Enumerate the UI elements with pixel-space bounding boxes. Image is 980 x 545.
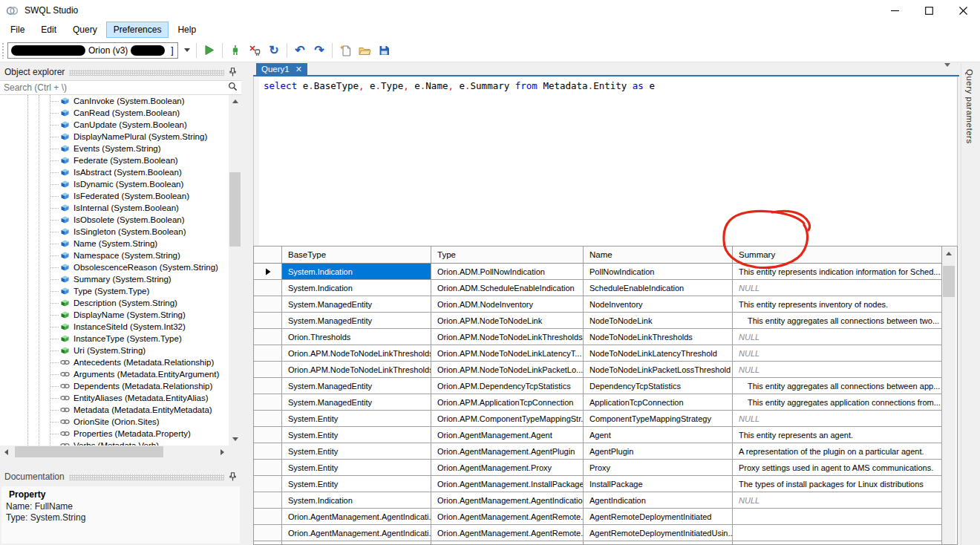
column-header-name[interactable]: Name [584, 247, 733, 264]
cell-type[interactable]: Orion.AgentManagement.AgentRemote... [431, 509, 584, 525]
cell-name[interactable]: NodeToNodeLinkPacketLossThreshold [584, 362, 733, 378]
cell-summary[interactable]: This entity represents indication inform… [733, 264, 942, 280]
row-selector[interactable] [254, 509, 282, 525]
tree-item[interactable]: IsDynamic (System.Boolean) [0, 178, 229, 190]
cell-summary[interactable] [733, 509, 942, 525]
table-row[interactable]: System.ManagedEntityOrion.APM.NodeToNode… [254, 313, 942, 329]
connection-dropdown-button[interactable] [181, 42, 193, 59]
scroll-right-arrow[interactable] [216, 446, 229, 458]
column-header-type[interactable]: Type [431, 247, 584, 264]
table-row[interactable]: System.EntityOrion.AgentManagement.Agent… [254, 427, 942, 443]
tree-item[interactable]: Events (System.String) [0, 143, 229, 154]
tree-item[interactable]: IsObsolete (System.Boolean) [0, 214, 229, 226]
cell-type[interactable]: Orion.ADM.ScheduleEnableIndication [431, 280, 584, 296]
column-header-basetype[interactable]: BaseType [282, 247, 431, 264]
cell-basetype[interactable]: System.Entity [282, 443, 431, 460]
table-row[interactable]: System.IndicationOrion.ADM.ScheduleEnabl… [254, 280, 942, 296]
cell-name[interactable]: AgentPlugin [584, 443, 733, 460]
execute-query-button[interactable] [200, 42, 218, 59]
cell-basetype[interactable]: System.ManagedEntity [282, 313, 431, 329]
query-parameters-tab-label[interactable]: Query parameters [965, 69, 974, 144]
table-row[interactable]: System.EntityOrion.AgentManagement.Agent… [254, 443, 942, 460]
minimize-button[interactable] [878, 0, 912, 21]
open-file-button[interactable] [356, 42, 373, 59]
scroll-down-arrow[interactable] [229, 433, 241, 446]
table-row[interactable]: Orion.APM.NodeToNodeLinkThresholdsOrion.… [254, 345, 942, 362]
cell-type[interactable]: Orion.AgentManagement.AgentPlugin [431, 443, 584, 460]
cell-summary[interactable]: NULL [733, 492, 942, 509]
tree-item[interactable]: CanRead (System.Boolean) [0, 107, 229, 119]
grid-vertical-scrollbar[interactable] [942, 247, 956, 544]
tree-item[interactable]: EntityAliases (Metadata.EntityAlias) [0, 392, 229, 404]
tree-item[interactable]: Properties (Metadata.Property) [0, 428, 229, 440]
table-row[interactable]: Orion.AgentManagement.AgentIndicati...Or… [254, 509, 942, 525]
tree-item[interactable]: IsAbstract (System.Boolean) [0, 166, 229, 178]
menu-item-query[interactable]: Query [65, 22, 105, 38]
tab-close-icon[interactable]: ✕ [295, 65, 302, 74]
pin-icon[interactable] [229, 472, 237, 481]
tree-item[interactable]: Namespace (System.String) [0, 249, 229, 261]
table-row[interactable]: System.ManagedEntityOrion.APM.Applicatio… [254, 394, 942, 411]
row-selector[interactable] [254, 427, 282, 443]
table-row[interactable]: System.ManagedEntityOrion.APM.Dependency… [254, 378, 942, 394]
cell-type[interactable]: Orion.APM.NodeToNodeLink [431, 313, 584, 329]
row-selector[interactable] [254, 460, 282, 476]
grid-vscroll-thumb[interactable] [943, 266, 955, 297]
row-selector[interactable] [254, 313, 282, 329]
row-selector[interactable] [254, 345, 282, 362]
tree-item[interactable]: Metadata (Metadata.EntityMetadata) [0, 404, 229, 416]
tree-item[interactable]: ObsolescenceReason (System.String) [0, 261, 229, 273]
tree-item[interactable]: IsSingleton (System.Boolean) [0, 226, 229, 238]
tree-item[interactable]: Antecedents (Metadata.Relationship) [0, 356, 229, 368]
row-selector[interactable] [254, 443, 282, 460]
cell-basetype[interactable]: System.ManagedEntity [282, 394, 431, 411]
toolbar-grip-handle[interactable] [1, 42, 5, 59]
tree-horizontal-scrollbar[interactable] [0, 446, 229, 458]
undo-button[interactable]: ↶ [291, 42, 309, 59]
cell-basetype[interactable]: System.ManagedEntity [282, 378, 431, 394]
cell-type[interactable]: Orion.APM.ApplicationTcpConnection [431, 394, 584, 411]
cell-name[interactable]: NodeToNodeLinkLatencyThreshold [584, 345, 733, 362]
tree-item[interactable]: DisplayNamePlural (System.String) [0, 131, 229, 143]
table-row[interactable]: System.EntityOrion.AgentManagement.Proxy… [254, 460, 942, 476]
tree-item[interactable]: CanInvoke (System.Boolean) [0, 95, 229, 107]
tree-item[interactable]: DisplayName (System.String) [0, 309, 229, 321]
tree-item[interactable]: Description (System.String) [0, 297, 229, 309]
cell-basetype[interactable]: System.Entity [282, 427, 431, 443]
tree-item[interactable]: Summary (System.String) [0, 273, 229, 285]
table-row[interactable]: System.EntityOrion.APM.ComponentTypeMapp… [254, 411, 942, 427]
cell-name[interactable]: AgentIndication [584, 492, 733, 509]
cell-summary[interactable]: A representation of the plugin on a part… [733, 443, 942, 460]
cell-summary[interactable]: This entity aggregates application conne… [733, 394, 942, 411]
cell-name[interactable]: InstallPackage [584, 476, 733, 492]
cell-summary[interactable]: NULL [733, 345, 942, 362]
cell-summary[interactable] [733, 541, 942, 545]
cell-basetype[interactable]: Orion.APM.NodeToNodeLinkThresholds [282, 345, 431, 362]
cell-type[interactable]: Orion.APM.ComponentTypeMappingStr... [431, 411, 584, 427]
scroll-left-arrow[interactable] [0, 446, 13, 458]
table-row[interactable] [254, 541, 942, 545]
column-header-summary[interactable]: Summary [733, 247, 942, 264]
tree-vertical-scrollbar[interactable] [229, 95, 241, 446]
cell-summary[interactable]: This entity aggregates all connections b… [733, 378, 942, 394]
row-selector[interactable] [254, 378, 282, 394]
cell-basetype[interactable]: System.ManagedEntity [282, 296, 431, 313]
connect-button[interactable] [226, 42, 244, 59]
close-button[interactable] [946, 0, 980, 21]
row-selector[interactable] [254, 411, 282, 427]
tab-query1[interactable]: Query1 ✕ [256, 63, 307, 75]
row-selector[interactable] [254, 476, 282, 492]
tree-item[interactable]: IsFederated (System.Boolean) [0, 190, 229, 202]
tree-item[interactable]: Uri (System.String) [0, 345, 229, 356]
tree-item[interactable]: CanUpdate (System.Boolean) [0, 119, 229, 131]
scroll-up-arrow[interactable] [229, 95, 241, 108]
cell-type[interactable]: Orion.ADM.PollNowIndication [431, 264, 584, 280]
cell-summary[interactable]: The types of install packages for Linux … [733, 476, 942, 492]
menu-item-edit[interactable]: Edit [33, 22, 64, 38]
maximize-button[interactable] [912, 0, 946, 21]
cell-type[interactable]: Orion.AgentManagement.InstallPackage [431, 476, 584, 492]
row-selector[interactable] [254, 296, 282, 313]
cell-summary[interactable] [733, 525, 942, 541]
cell-name[interactable]: NodeToNodeLink [584, 313, 733, 329]
cell-name[interactable]: NodeToNodeLinkThresholds [584, 329, 733, 345]
